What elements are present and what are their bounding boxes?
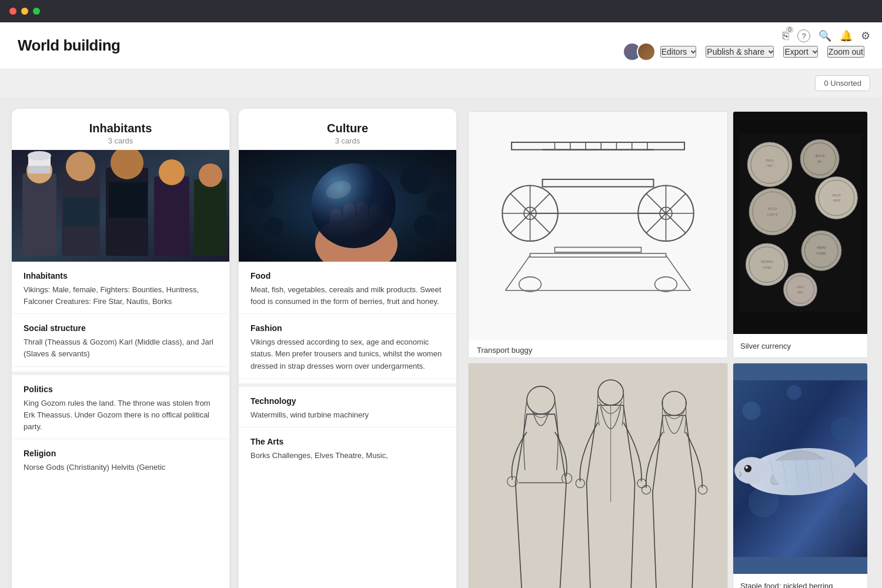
editor-avatars — [623, 42, 656, 61]
staple-food-label: Staple food: pickled herring — [733, 574, 867, 588]
svg-text:INGD: INGD — [832, 193, 840, 197]
svg-text:REX: REX — [797, 291, 804, 294]
svg-point-29 — [414, 215, 437, 238]
avatar-2 — [637, 42, 656, 61]
svg-rect-45 — [543, 179, 654, 187]
svg-point-68 — [800, 139, 839, 178]
culture-section-2: Fashion Vikings dressed according to sex… — [239, 314, 456, 378]
minimize-dot[interactable] — [21, 8, 28, 15]
culture-image — [239, 150, 456, 262]
inhabitants-section-title-1: Inhabitants — [24, 271, 218, 280]
canvas-area: Transport buggy INGI +D+ ÆCLD RY — [466, 109, 870, 588]
inhabitants-section-text-3: King Gozom rules the land. The throne wa… — [24, 397, 218, 433]
culture-section-text-3: Watermills, wind turbine machinery — [250, 409, 445, 421]
svg-point-114 — [746, 466, 748, 469]
svg-text:+D+: +D+ — [766, 163, 774, 168]
svg-text:+REX: +REX — [832, 199, 841, 202]
export-chevron — [813, 48, 817, 53]
culture-section-3: Technology Watermills, wind turbine mach… — [239, 383, 456, 427]
titlebar — [0, 0, 882, 22]
svg-point-80 — [746, 243, 788, 286]
inhabitants-section-title-2: Social structure — [24, 323, 218, 333]
maximize-dot[interactable] — [33, 8, 40, 15]
culture-header: Culture 3 cards — [239, 109, 456, 150]
culture-section-title-4: The Arts — [250, 437, 445, 446]
culture-section-1: Food Meat, fish, vegetables, cereals and… — [239, 262, 456, 314]
publish-chevron — [769, 48, 773, 53]
culture-section-title-1: Food — [250, 271, 445, 280]
svg-text:CNVT: CNVT — [767, 212, 778, 216]
culture-column: Culture 3 cards — [239, 109, 456, 588]
clipboard-badge: 0 — [786, 26, 794, 33]
search-icon[interactable]: 🔍 — [818, 29, 831, 42]
svg-point-31 — [250, 185, 274, 209]
transport-buggy-label: Transport buggy — [469, 340, 727, 359]
svg-rect-1 — [22, 173, 56, 256]
svg-point-84 — [801, 230, 841, 270]
svg-point-107 — [831, 417, 855, 441]
inhabitants-image — [12, 150, 229, 262]
svg-rect-48 — [530, 253, 666, 257]
inhabitants-section-title-3: Politics — [24, 385, 218, 394]
culture-illustration — [239, 150, 456, 262]
help-icon[interactable]: ? — [797, 29, 810, 42]
culture-count: 3 cards — [248, 136, 447, 145]
bell-icon[interactable]: 🔔 — [840, 29, 853, 42]
inhabitants-section-text-2: Thrall (Theassus & Gozom) Karl (Middle c… — [24, 336, 218, 360]
svg-point-5 — [66, 152, 95, 181]
character-sketches-image: DRAFT CHARACTERS V2 — [469, 363, 727, 588]
toolbar: 0 Unsorted — [0, 69, 882, 97]
culture-section-title-2: Fashion — [250, 323, 445, 333]
transport-buggy-image — [469, 112, 727, 340]
svg-rect-6 — [64, 197, 99, 226]
culture-title: Culture — [248, 122, 447, 135]
settings-icon[interactable]: ⚙ — [861, 29, 870, 42]
silver-currency-card[interactable]: INGI +D+ ÆCLD RY INGD +REX ÆCLD — [733, 111, 868, 358]
svg-rect-47 — [555, 248, 642, 252]
inhabitants-section-2: Social structure Thrall (Theassus & Gozo… — [12, 314, 229, 366]
staple-food-card[interactable]: Staple food: pickled herring — [733, 363, 868, 588]
transport-buggy-card[interactable]: Transport buggy — [468, 111, 728, 358]
svg-rect-92 — [471, 369, 725, 588]
culture-section-text-4: Borks Challenges, Elves Theatre, Music, — [250, 450, 445, 462]
silver-currency-image: INGI +D+ ÆCLD RY INGD +REX ÆCLD — [733, 112, 867, 334]
publish-button[interactable]: Publish & share — [706, 46, 774, 58]
svg-text:ÆCLD: ÆCLD — [815, 154, 824, 158]
svg-text:RY: RY — [817, 160, 822, 163]
svg-point-108 — [787, 385, 801, 400]
transport-buggy-svg — [475, 118, 721, 334]
zoom-out-button[interactable]: Zoom out — [827, 46, 864, 58]
inhabitants-section-1: Inhabitants Vikings: Male, female, Fight… — [12, 262, 229, 314]
export-button[interactable]: Export — [783, 46, 817, 58]
svg-point-30 — [265, 217, 283, 236]
inhabitants-section-text-1: Vikings: Male, female, Fighters: Bountie… — [24, 284, 218, 308]
svg-line-49 — [506, 255, 530, 290]
inhabitants-count: 3 cards — [21, 136, 220, 145]
page-title: World building — [18, 36, 120, 55]
inhabitants-section-text-4: Norse Gods (Christianity) Helvits (Genet… — [24, 462, 218, 473]
staple-food-image — [733, 363, 867, 574]
svg-point-88 — [784, 273, 817, 306]
inhabitants-section-3: Politics King Gozom rules the land. The … — [12, 372, 229, 439]
svg-point-52 — [519, 277, 542, 292]
culture-section-text-1: Meat, fish, vegetables, cereals and milk… — [250, 284, 445, 308]
main-content: Inhabitants 3 cards — [0, 97, 882, 588]
svg-point-110 — [838, 503, 860, 525]
editors-chevron — [691, 48, 696, 53]
svg-point-27 — [400, 165, 430, 194]
editors-button[interactable]: Editors — [660, 46, 697, 58]
topbar-icons: ⎘ 0 ? 🔍 🔔 ⚙ — [783, 29, 870, 42]
svg-point-11 — [159, 159, 185, 185]
character-sketches-card[interactable]: DRAFT CHARACTERS V2 — [468, 363, 728, 588]
close-dot[interactable] — [9, 8, 16, 15]
svg-rect-12 — [194, 179, 226, 256]
inhabitants-header: Inhabitants 3 cards — [12, 109, 229, 150]
unsorted-button[interactable]: 0 Unsorted — [815, 75, 870, 91]
svg-point-72 — [816, 177, 858, 219]
topbar-controls: Editors Publish & share Export Zoom out — [623, 42, 864, 61]
inhabitants-section-4: Religion Norse Gods (Christianity) Helvi… — [12, 439, 229, 479]
inhabitants-column: Inhabitants 3 cards — [12, 109, 229, 588]
culture-section-text-2: Vikings dressed according to sex, age an… — [250, 336, 445, 372]
sketches-svg: DRAFT CHARACTERS V2 — [471, 368, 725, 588]
svg-text:HERD: HERD — [817, 246, 826, 249]
